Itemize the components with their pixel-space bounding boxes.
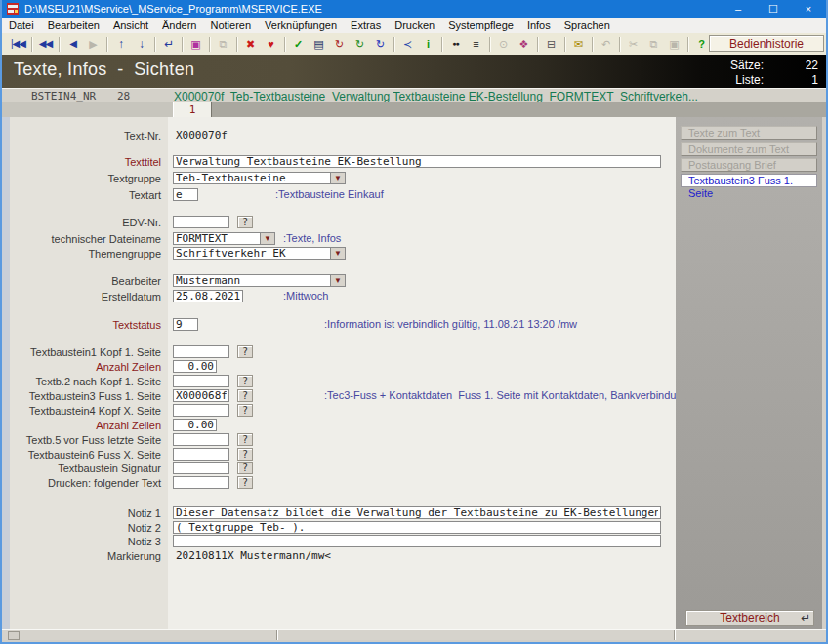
postausgang-brief-button: Postausgang Brief bbox=[681, 158, 817, 172]
textbaustein2-input[interactable] bbox=[173, 375, 229, 387]
menu-notieren[interactable]: Notieren bbox=[203, 20, 258, 31]
themengruppe-label: Themengruppe bbox=[10, 248, 161, 260]
record-summary: X000070f Teb-Textbausteine Verwaltung Te… bbox=[174, 90, 698, 103]
textbaustein4-label: Textbaustein4 Kopf X. Seite bbox=[10, 405, 161, 417]
page-title: Texte, Infos - Sichten bbox=[14, 60, 194, 80]
notiz1-label: Notiz 1 bbox=[10, 507, 161, 519]
notiz2-input[interactable] bbox=[173, 521, 661, 534]
db-field-number: 28 bbox=[117, 90, 130, 102]
document-icon[interactable]: ▤ bbox=[309, 34, 329, 54]
lookup-button[interactable]: ? bbox=[237, 345, 253, 358]
dateiname-input[interactable] bbox=[173, 232, 261, 245]
enter-icon[interactable]: ↵ bbox=[158, 34, 179, 54]
import-icon[interactable]: ▣ bbox=[186, 34, 206, 54]
textbaustein3-link-button[interactable]: Textbaustein3 Fuss 1. Seite bbox=[681, 174, 817, 187]
mail-icon[interactable]: ✉ bbox=[568, 34, 589, 54]
go-rewind-icon[interactable]: ◀◀ bbox=[35, 34, 56, 54]
go-down-icon[interactable]: ↓ bbox=[131, 34, 151, 54]
list-icon[interactable]: ≡ bbox=[466, 34, 486, 54]
tab-strip-left bbox=[2, 102, 173, 117]
liste-label: Liste: bbox=[735, 73, 764, 87]
row-anzahl-zeilen-2: Anzahl Zeilen bbox=[10, 418, 676, 432]
signatur-label: Textbaustein Signatur bbox=[10, 463, 161, 474]
lookup-button[interactable]: ? bbox=[237, 433, 253, 446]
anzahl-zeilen-1-input[interactable] bbox=[173, 360, 217, 373]
delete-icon[interactable]: ✖ bbox=[240, 34, 261, 54]
textbaustein2-label: Textb.2 nach Kopf 1. Seite bbox=[10, 376, 161, 387]
lookup-button[interactable]: ? bbox=[237, 216, 253, 228]
go-up-icon[interactable]: ↑ bbox=[110, 34, 131, 54]
textbereich-button[interactable]: Textbereich ↵ bbox=[685, 610, 814, 626]
erstelldatum-input[interactable] bbox=[173, 290, 243, 302]
maximize-button[interactable]: ☐ bbox=[756, 0, 791, 18]
info-icon[interactable]: i bbox=[418, 34, 438, 54]
textstatus-input[interactable] bbox=[173, 318, 198, 331]
menu-ansicht[interactable]: Ansicht bbox=[106, 20, 155, 31]
go-back-icon[interactable]: ◀ bbox=[62, 34, 83, 54]
textbaustein3-input[interactable] bbox=[173, 389, 229, 402]
dokumente-zum-text-button: Dokumente zum Text bbox=[681, 142, 817, 156]
row-drucken: Drucken: folgender Text ? bbox=[10, 475, 676, 490]
row-bearbeiter: Bearbeiter ▼ bbox=[10, 273, 676, 288]
menu-extras[interactable]: Extras bbox=[344, 20, 388, 31]
saetze-stat: Sätze: 22 bbox=[730, 59, 818, 72]
go-first-icon[interactable]: |◀◀ bbox=[8, 34, 28, 54]
menu-infos[interactable]: Infos bbox=[520, 20, 558, 31]
minimize-button[interactable]: – bbox=[721, 0, 756, 18]
textbaustein1-input[interactable] bbox=[173, 345, 229, 358]
ok-check-icon[interactable]: ✓ bbox=[288, 34, 309, 54]
favorite-icon[interactable]: ♥ bbox=[261, 34, 281, 54]
lookup-button[interactable]: ? bbox=[237, 448, 253, 461]
cut-icon: ✂ bbox=[623, 34, 643, 54]
textgruppe-input[interactable] bbox=[173, 172, 331, 184]
textbaustein4-input[interactable] bbox=[173, 404, 229, 417]
saetze-label: Sätze: bbox=[730, 59, 764, 72]
search-icon[interactable]: ●● bbox=[445, 34, 466, 54]
window-title: D:\MSEU21\MService\_MService_Programm\MS… bbox=[24, 3, 322, 15]
print-icon[interactable]: ⊟ bbox=[541, 34, 561, 54]
texttitel-input[interactable] bbox=[173, 155, 661, 168]
edv-nr-input[interactable] bbox=[173, 216, 229, 228]
lookup-button[interactable]: ? bbox=[237, 404, 253, 417]
notiz1-input[interactable] bbox=[173, 506, 661, 519]
close-button[interactable]: × bbox=[791, 0, 826, 18]
menu-sprachen[interactable]: Sprachen bbox=[558, 20, 617, 31]
notiz3-input[interactable] bbox=[173, 535, 661, 547]
branch-icon[interactable]: ≺ bbox=[397, 34, 418, 54]
menu-datei[interactable]: Datei bbox=[2, 20, 41, 31]
chevron-down-icon[interactable]: ▼ bbox=[331, 247, 346, 260]
tab-1[interactable]: 1 bbox=[173, 102, 212, 117]
menu-systempflege[interactable]: Systempflege bbox=[441, 20, 520, 31]
copy-icon: ⧉ bbox=[643, 34, 664, 54]
themengruppe-input[interactable] bbox=[173, 247, 331, 260]
textbaustein5-input[interactable] bbox=[173, 433, 229, 446]
refresh-red-icon[interactable]: ↻ bbox=[329, 34, 350, 54]
textart-label: Textart bbox=[10, 189, 161, 201]
liste-stat: Liste: 1 bbox=[735, 73, 818, 87]
bedienhistorie-button[interactable]: Bedienhistorie bbox=[709, 35, 824, 52]
text-nr-value: X000070f bbox=[176, 129, 228, 141]
menu-verknuepfungen[interactable]: Verknüpfungen bbox=[258, 20, 344, 31]
lookup-button[interactable]: ? bbox=[237, 375, 253, 387]
signatur-input[interactable] bbox=[173, 462, 229, 474]
lookup-button[interactable]: ? bbox=[237, 462, 253, 474]
lookup-button[interactable]: ? bbox=[237, 476, 253, 489]
textbereich-label: Textbereich bbox=[720, 611, 779, 624]
chevron-down-icon[interactable]: ▼ bbox=[261, 232, 275, 245]
textart-input[interactable] bbox=[173, 188, 198, 201]
refresh-blue-icon[interactable]: ↻ bbox=[370, 34, 391, 54]
anzahl-zeilen-2-input[interactable] bbox=[173, 419, 217, 431]
chevron-down-icon[interactable]: ▼ bbox=[331, 274, 346, 287]
lookup-button[interactable]: ? bbox=[237, 389, 253, 402]
menu-drucken[interactable]: Drucken bbox=[388, 20, 441, 31]
drucken-input[interactable] bbox=[173, 476, 229, 489]
left-frame-edge bbox=[2, 117, 10, 629]
chevron-down-icon[interactable]: ▼ bbox=[331, 172, 346, 184]
menu-aendern[interactable]: Ändern bbox=[155, 20, 203, 31]
refresh-green-icon[interactable]: ↻ bbox=[350, 34, 370, 54]
bearbeiter-input[interactable] bbox=[173, 274, 331, 287]
textbaustein6-input[interactable] bbox=[173, 448, 229, 461]
toolbar: |◀◀ ◀◀ ◀ ▶ ↑ ↓ ↵ ▣ ⧉ ✖ ♥ ✓ ▤ ↻ ↻ ↻ ≺ i ●… bbox=[2, 33, 826, 55]
menu-bearbeiten[interactable]: Bearbeiten bbox=[41, 20, 106, 31]
media-icon[interactable]: ❖ bbox=[514, 34, 534, 54]
